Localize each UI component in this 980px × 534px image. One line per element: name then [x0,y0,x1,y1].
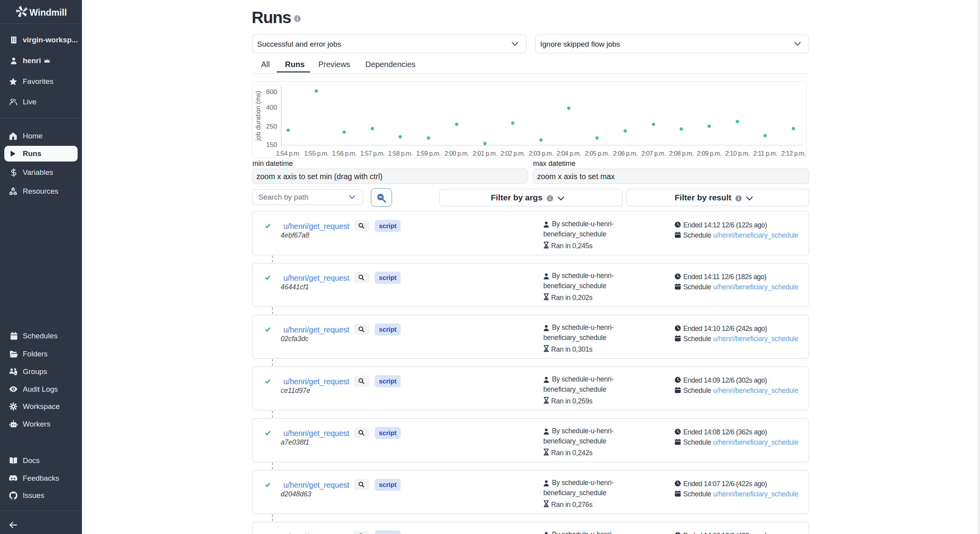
svg-text:150: 150 [266,141,277,149]
svg-text:250: 250 [266,123,277,130]
svg-text:2:08 p.m.: 2:08 p.m. [669,150,693,157]
svg-text:1:54 p.m.: 1:54 p.m. [276,150,300,157]
svg-text:2:06 p.m.: 2:06 p.m. [613,150,637,157]
svg-text:400: 400 [266,104,277,111]
svg-text:1:55 p.m.: 1:55 p.m. [304,150,328,157]
svg-text:2:09 p.m.: 2:09 p.m. [697,150,721,157]
svg-text:2:02 p.m.: 2:02 p.m. [501,150,525,157]
svg-text:2:04 p.m.: 2:04 p.m. [557,150,581,157]
svg-text:2:12 p.m.: 2:12 p.m. [781,150,806,157]
svg-text:1:57 p.m.: 1:57 p.m. [360,150,385,157]
svg-text:2:11 p.m.: 2:11 p.m. [753,150,777,157]
svg-text:600: 600 [266,88,277,96]
svg-text:2:03 p.m.: 2:03 p.m. [529,150,553,157]
svg-text:1:59 p.m.: 1:59 p.m. [416,150,441,157]
svg-text:1:56 p.m.: 1:56 p.m. [332,150,356,157]
svg-text:1:58 p.m.: 1:58 p.m. [388,150,412,157]
svg-text:2:00 p.m.: 2:00 p.m. [445,150,469,157]
svg-text:2:05 p.m.: 2:05 p.m. [585,150,609,157]
svg-text:2:01 p.m.: 2:01 p.m. [473,150,497,157]
svg-text:2:07 p.m.: 2:07 p.m. [641,150,666,157]
svg-text:2:10 p.m.: 2:10 p.m. [725,150,750,157]
svg-text:job duration (ms): job duration (ms) [254,91,262,141]
